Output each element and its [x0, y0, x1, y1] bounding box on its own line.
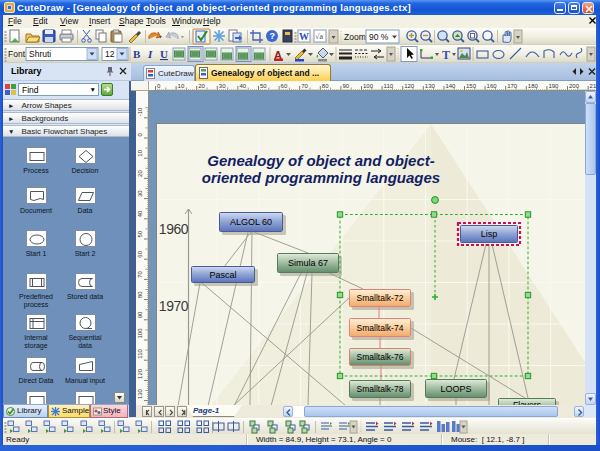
- svg-text:60: 60: [281, 83, 288, 89]
- svg-text:70: 70: [301, 83, 308, 89]
- svg-text:U: U: [160, 48, 168, 60]
- svg-text:30: 30: [219, 83, 226, 89]
- svg-text:50: 50: [137, 230, 143, 237]
- svg-text:B: B: [133, 48, 141, 60]
- svg-text:12: 12: [105, 49, 115, 59]
- svg-text:80: 80: [137, 291, 143, 298]
- svg-text:10: 10: [178, 83, 185, 89]
- svg-text:90: 90: [342, 83, 349, 89]
- svg-text:50: 50: [260, 83, 267, 89]
- svg-text:Zoom: Zoom: [344, 32, 366, 42]
- svg-text:120: 120: [137, 368, 143, 379]
- svg-text:0: 0: [137, 133, 143, 137]
- svg-text:I: I: [147, 48, 153, 60]
- svg-text:W: W: [299, 31, 309, 42]
- svg-text:40: 40: [239, 83, 246, 89]
- svg-text:100: 100: [137, 328, 143, 339]
- svg-text:60: 60: [137, 250, 143, 257]
- svg-text:20: 20: [137, 170, 143, 177]
- svg-text:90 %: 90 %: [369, 32, 389, 42]
- svg-text:80: 80: [322, 83, 329, 89]
- svg-text:0: 0: [157, 83, 161, 89]
- svg-text:√a: √a: [315, 32, 323, 41]
- svg-text:?: ?: [270, 31, 276, 41]
- svg-text:110: 110: [137, 348, 143, 358]
- svg-text:Shruti: Shruti: [29, 49, 51, 59]
- svg-text:20: 20: [198, 83, 205, 89]
- svg-text:70: 70: [137, 271, 143, 278]
- svg-text:Font: Font: [8, 49, 26, 59]
- svg-text:130: 130: [137, 388, 143, 399]
- svg-text:10: 10: [137, 149, 143, 156]
- svg-text:T: T: [442, 48, 450, 62]
- svg-text:90: 90: [137, 311, 143, 318]
- svg-text:40: 40: [137, 210, 143, 217]
- svg-text:-10: -10: [137, 107, 143, 116]
- svg-text:30: 30: [137, 190, 143, 197]
